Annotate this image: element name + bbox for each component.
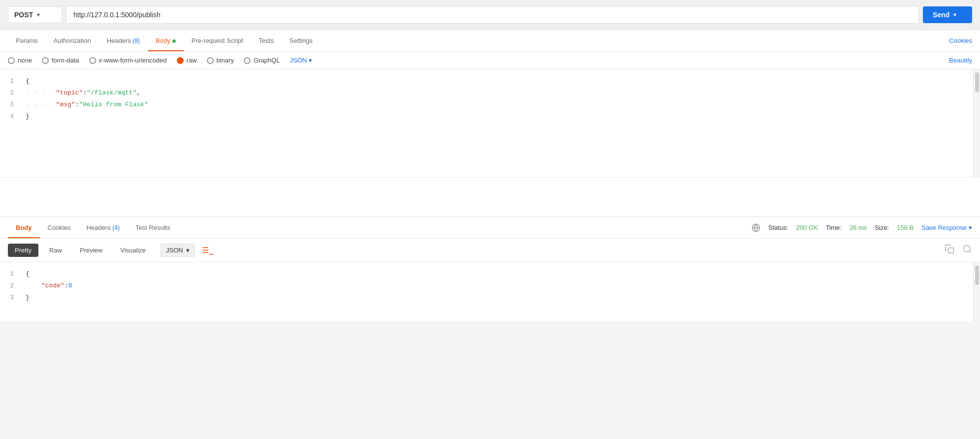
body-type-raw[interactable]: raw (177, 57, 197, 64)
code-line-3: · · · · "msg" : "Hello from Flask" (26, 99, 967, 111)
time-value: 26 ms (849, 224, 867, 231)
response-tab-cookies[interactable]: Cookies (40, 217, 79, 238)
body-type-none[interactable]: none (8, 57, 32, 64)
response-tabs-bar: Body Cookies Headers (4) Test Results St… (0, 217, 980, 239)
svg-rect-2 (948, 248, 954, 253)
response-code-line-2: "code" : 0 (26, 280, 967, 292)
radio-binary (207, 57, 214, 64)
body-type-urlencoded[interactable]: x-www-form-urlencoded (89, 57, 167, 64)
search-icon[interactable] (962, 244, 972, 256)
svg-point-3 (964, 246, 970, 252)
line-numbers: 1 2 3 4 (0, 69, 20, 177)
method-selector[interactable]: POST ▾ (8, 6, 62, 23)
tab-settings[interactable]: Settings (282, 30, 321, 51)
request-body-content[interactable]: { · · · · "topic" : "/flask/mqtt" , · · … (20, 69, 973, 177)
json-format-dropdown[interactable]: JSON ▾ (290, 57, 312, 64)
method-label: POST (14, 11, 33, 19)
radio-raw (177, 57, 184, 64)
tab-body[interactable]: Body (148, 30, 184, 51)
tab-authorization[interactable]: Authorization (46, 30, 99, 51)
tab-tests[interactable]: Tests (251, 30, 282, 51)
response-line-numbers: 1 2 3 (0, 262, 20, 321)
radio-urlencoded (89, 57, 96, 64)
response-tab-headers[interactable]: Headers (4) (78, 217, 127, 238)
response-body-content: { "code" : 0 } (20, 262, 973, 321)
send-label: Send (933, 11, 949, 19)
code-line-2: · · · · "topic" : "/flask/mqtt" , (26, 87, 967, 99)
save-response-chevron-icon: ▾ (969, 224, 972, 231)
request-editor-scrollbar[interactable] (973, 69, 980, 177)
method-chevron-icon: ▾ (37, 12, 40, 18)
response-format-visualize[interactable]: Visualize (113, 244, 153, 257)
filter-icon[interactable]: ☰⎯ (202, 246, 214, 255)
response-code-line-3: } (26, 292, 967, 304)
body-type-binary[interactable]: binary (207, 57, 234, 64)
response-meta: Status: 200 OK Time: 26 ms Size: 156 B S… (751, 223, 972, 232)
svg-line-4 (969, 251, 971, 253)
request-tabs-bar: Params Authorization Headers (8) Body Pr… (0, 30, 980, 52)
response-tab-test-results[interactable]: Test Results (128, 217, 178, 238)
request-body-editor[interactable]: 1 2 3 4 { · · · · "topic" : "/flask/mqtt… (0, 69, 980, 178)
response-actions (945, 244, 972, 256)
response-format-raw[interactable]: Raw (42, 244, 69, 257)
response-json-dropdown[interactable]: JSON ▾ (161, 244, 195, 257)
time-label: Time: (826, 224, 842, 231)
cookies-link[interactable]: Cookies (949, 30, 972, 51)
scroll-thumb (975, 72, 979, 92)
send-dropdown-icon: ▾ (953, 12, 956, 18)
send-button[interactable]: Send ▾ (923, 6, 972, 23)
body-type-graphql[interactable]: GraphQL (244, 57, 280, 64)
code-line-1: { (26, 75, 967, 87)
body-type-form-data[interactable]: form-data (42, 57, 79, 64)
radio-none (8, 57, 15, 64)
editor-empty-space (0, 178, 980, 217)
response-body-editor: 1 2 3 { "code" : 0 } (0, 262, 980, 321)
response-editor-scrollbar[interactable] (973, 262, 980, 321)
body-type-bar: none form-data x-www-form-urlencoded raw… (0, 52, 980, 69)
copy-icon[interactable] (945, 244, 954, 256)
save-response-button[interactable]: Save Response ▾ (921, 224, 972, 231)
url-bar: POST ▾ Send ▾ (0, 0, 980, 30)
response-format-preview[interactable]: Preview (73, 244, 109, 257)
globe-icon (751, 223, 760, 232)
response-scroll-thumb (975, 265, 979, 285)
response-code-line-1: { (26, 268, 967, 280)
status-value: 200 OK (796, 224, 818, 231)
tab-params[interactable]: Params (8, 30, 46, 51)
status-label: Status: (768, 224, 788, 231)
size-value: 156 B (897, 224, 914, 231)
url-input[interactable] (66, 6, 919, 24)
json-chevron-icon: ▾ (309, 57, 312, 64)
radio-form-data (42, 57, 49, 64)
tab-headers[interactable]: Headers (8) (99, 30, 148, 51)
response-json-chevron-icon: ▾ (186, 247, 190, 254)
tab-pre-request[interactable]: Pre-request Script (184, 30, 251, 51)
beautify-button[interactable]: Beautify (949, 57, 972, 64)
response-tab-body[interactable]: Body (8, 217, 40, 238)
radio-graphql (244, 57, 251, 64)
response-format-bar: Pretty Raw Preview Visualize JSON ▾ ☰⎯ (0, 239, 980, 262)
response-format-pretty[interactable]: Pretty (8, 244, 38, 257)
code-line-4: } (26, 111, 967, 123)
size-label: Size: (875, 224, 889, 231)
